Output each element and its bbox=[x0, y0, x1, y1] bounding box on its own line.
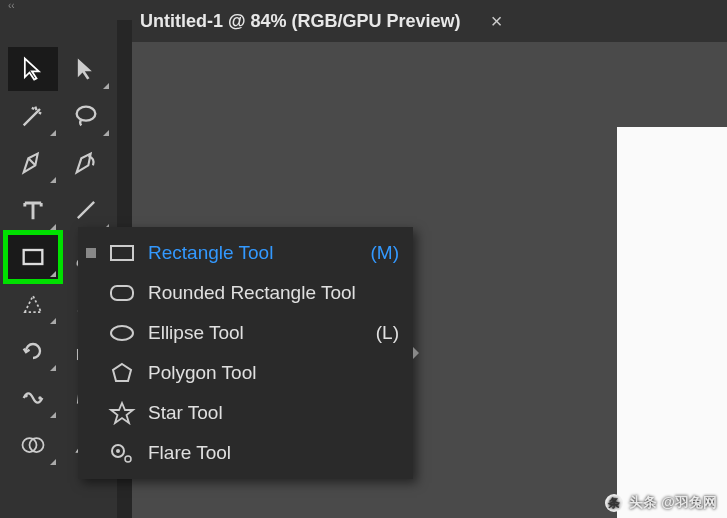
flyout-label: Ellipse Tool bbox=[148, 322, 357, 344]
lasso-tool[interactable] bbox=[61, 94, 111, 138]
document-tab[interactable]: Untitled-1 @ 84% (RGB/GPU Preview) × bbox=[140, 10, 502, 33]
ellipse-icon bbox=[108, 321, 136, 345]
direct-selection-tool[interactable] bbox=[61, 47, 111, 91]
shape-builder-tool[interactable] bbox=[8, 423, 58, 467]
curvature-tool[interactable] bbox=[61, 141, 111, 185]
tab-title: Untitled-1 @ 84% (RGB/GPU Preview) bbox=[140, 11, 461, 32]
artboard[interactable] bbox=[617, 127, 727, 518]
flare-icon bbox=[108, 441, 136, 465]
flyout-ellipse[interactable]: Ellipse Tool (L) bbox=[78, 313, 413, 353]
svg-point-5 bbox=[24, 394, 28, 398]
flyout-flare[interactable]: Flare Tool bbox=[78, 433, 413, 473]
width-tool[interactable] bbox=[8, 376, 58, 420]
svg-marker-13 bbox=[111, 403, 133, 423]
flyout-shortcut: (L) bbox=[369, 322, 399, 344]
watermark-icon: 条 bbox=[605, 494, 623, 512]
svg-point-11 bbox=[111, 326, 133, 340]
rotate-tool[interactable] bbox=[8, 329, 58, 373]
flyout-label: Rounded Rectangle Tool bbox=[148, 282, 357, 304]
svg-point-16 bbox=[125, 456, 131, 462]
flyout-star[interactable]: Star Tool bbox=[78, 393, 413, 433]
selection-tool[interactable] bbox=[8, 47, 58, 91]
watermark: 条 头条 @羽兔网 bbox=[605, 494, 717, 512]
flyout-polygon[interactable]: Polygon Tool bbox=[78, 353, 413, 393]
rectangle-tool[interactable] bbox=[8, 235, 58, 279]
close-icon[interactable]: × bbox=[491, 10, 503, 33]
rectangle-icon bbox=[108, 241, 136, 265]
pen-tool[interactable] bbox=[8, 141, 58, 185]
flyout-rectangle[interactable]: Rectangle Tool (M) bbox=[78, 233, 413, 273]
svg-rect-2 bbox=[24, 250, 43, 264]
svg-point-0 bbox=[77, 107, 96, 121]
watermark-text: 头条 @羽兔网 bbox=[629, 494, 717, 512]
flyout-rounded-rectangle[interactable]: Rounded Rectangle Tool bbox=[78, 273, 413, 313]
svg-rect-9 bbox=[111, 246, 133, 260]
svg-marker-12 bbox=[113, 364, 131, 381]
flyout-label: Polygon Tool bbox=[148, 362, 357, 384]
panel-collapse[interactable]: ‹‹ bbox=[0, 0, 12, 12]
svg-rect-10 bbox=[111, 286, 133, 300]
shape-tool-flyout: Rectangle Tool (M) Rounded Rectangle Too… bbox=[78, 227, 413, 479]
star-icon bbox=[108, 401, 136, 425]
magic-wand-tool[interactable] bbox=[8, 94, 58, 138]
line-tool[interactable] bbox=[61, 188, 111, 232]
flyout-label: Rectangle Tool bbox=[148, 242, 357, 264]
polygon-icon bbox=[108, 361, 136, 385]
active-indicator bbox=[86, 248, 96, 258]
flyout-label: Star Tool bbox=[148, 402, 357, 424]
type-tool[interactable] bbox=[8, 188, 58, 232]
flyout-label: Flare Tool bbox=[148, 442, 357, 464]
rounded-rectangle-icon bbox=[108, 281, 136, 305]
shaper-tool[interactable] bbox=[8, 282, 58, 326]
flyout-shortcut: (M) bbox=[369, 242, 399, 264]
svg-point-15 bbox=[116, 449, 120, 453]
svg-line-1 bbox=[78, 202, 94, 218]
svg-point-6 bbox=[38, 396, 42, 400]
